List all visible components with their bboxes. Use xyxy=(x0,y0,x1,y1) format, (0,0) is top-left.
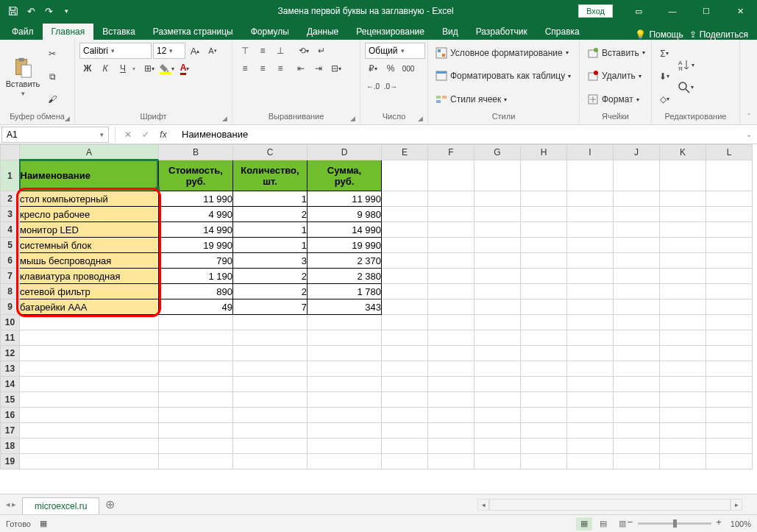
share-button[interactable]: ⇪ Поделиться xyxy=(689,29,748,40)
empty-cell[interactable] xyxy=(428,377,475,392)
empty-cell[interactable] xyxy=(567,160,614,191)
empty-cell[interactable] xyxy=(475,253,521,269)
hscroll-left-icon[interactable]: ◂ xyxy=(477,499,489,511)
empty-cell[interactable] xyxy=(614,377,660,392)
empty-cell[interactable] xyxy=(614,346,660,361)
empty-cell[interactable] xyxy=(567,284,614,299)
empty-cell[interactable] xyxy=(660,315,706,330)
empty-cell[interactable] xyxy=(614,330,660,346)
table-cell-name[interactable]: клавиатура проводная xyxy=(20,269,159,284)
table-cell-name[interactable]: монитор LED xyxy=(20,222,159,238)
empty-cell[interactable] xyxy=(567,377,614,392)
empty-cell[interactable] xyxy=(706,191,753,207)
increase-font-icon[interactable]: A▴ xyxy=(187,43,203,59)
table-cell-value[interactable]: 7 xyxy=(233,299,308,315)
empty-cell[interactable] xyxy=(382,454,428,469)
percent-icon[interactable]: % xyxy=(383,60,399,77)
column-header[interactable]: L xyxy=(706,145,753,160)
empty-cell[interactable] xyxy=(308,330,382,346)
font-name-combo[interactable]: Calibri▾ xyxy=(79,43,152,59)
empty-cell[interactable] xyxy=(428,392,475,408)
table-cell-value[interactable]: 14 990 xyxy=(159,222,233,238)
empty-cell[interactable] xyxy=(475,269,521,284)
font-size-combo[interactable]: 12▾ xyxy=(153,43,185,59)
table-cell-value[interactable]: 9 980 xyxy=(308,207,382,222)
table-header-cell[interactable]: Наименование xyxy=(20,160,159,191)
align-middle-icon[interactable]: ≡ xyxy=(255,43,271,59)
empty-cell[interactable] xyxy=(567,454,614,469)
copy-icon[interactable]: ⧉ xyxy=(44,68,60,85)
empty-cell[interactable] xyxy=(428,253,475,269)
empty-cell[interactable] xyxy=(660,238,706,253)
border-button[interactable]: ⊞▾ xyxy=(141,60,157,77)
empty-cell[interactable] xyxy=(521,408,567,423)
tab-home[interactable]: Главная xyxy=(43,24,94,40)
empty-cell[interactable] xyxy=(428,315,475,330)
cell-styles-button[interactable]: Стили ячеек▾ xyxy=(433,91,575,107)
empty-cell[interactable] xyxy=(706,454,753,469)
empty-cell[interactable] xyxy=(521,238,567,253)
column-header[interactable]: C xyxy=(233,145,308,160)
empty-cell[interactable] xyxy=(660,160,706,191)
dialog-launcher-icon[interactable]: ◢ xyxy=(65,115,70,122)
empty-cell[interactable] xyxy=(567,207,614,222)
empty-cell[interactable] xyxy=(521,392,567,408)
empty-cell[interactable] xyxy=(382,330,428,346)
empty-cell[interactable] xyxy=(706,377,753,392)
table-cell-value[interactable]: 1 xyxy=(233,222,308,238)
row-header[interactable]: 15 xyxy=(1,392,20,408)
empty-cell[interactable] xyxy=(159,346,233,361)
align-bottom-icon[interactable]: ⊥ xyxy=(272,43,288,59)
row-header[interactable]: 16 xyxy=(1,408,20,423)
empty-cell[interactable] xyxy=(159,315,233,330)
column-header[interactable]: F xyxy=(428,145,475,160)
tab-file[interactable]: Файл xyxy=(3,24,43,40)
row-header[interactable]: 3 xyxy=(1,207,20,222)
empty-cell[interactable] xyxy=(233,315,308,330)
empty-cell[interactable] xyxy=(614,222,660,238)
fill-icon[interactable]: ⬇▾ xyxy=(656,68,672,85)
table-cell-value[interactable]: 890 xyxy=(159,284,233,299)
autosum-icon[interactable]: Σ▾ xyxy=(656,46,672,62)
empty-cell[interactable] xyxy=(706,160,753,191)
zoom-slider[interactable] xyxy=(638,522,711,525)
table-cell-value[interactable]: 19 990 xyxy=(159,238,233,253)
empty-cell[interactable] xyxy=(521,439,567,454)
empty-cell[interactable] xyxy=(428,222,475,238)
insert-cells-button[interactable]: Вставить▾ xyxy=(584,45,647,61)
conditional-formatting-button[interactable]: Условное форматирование▾ xyxy=(433,45,575,61)
format-cells-button[interactable]: Формат▾ xyxy=(584,91,647,107)
empty-cell[interactable] xyxy=(475,346,521,361)
undo-icon[interactable]: ↶ xyxy=(24,4,38,18)
empty-cell[interactable] xyxy=(706,253,753,269)
worksheet-grid[interactable]: ABCDEFGHIJKL1НаименованиеСтоимость,руб.К… xyxy=(0,144,757,494)
empty-cell[interactable] xyxy=(614,315,660,330)
empty-cell[interactable] xyxy=(614,423,660,439)
empty-cell[interactable] xyxy=(521,207,567,222)
empty-cell[interactable] xyxy=(308,423,382,439)
clear-icon[interactable]: ◇▾ xyxy=(656,91,672,107)
empty-cell[interactable] xyxy=(660,269,706,284)
empty-cell[interactable] xyxy=(660,361,706,377)
empty-cell[interactable] xyxy=(614,238,660,253)
column-header[interactable]: J xyxy=(614,145,660,160)
table-cell-name[interactable]: стол компьютерный xyxy=(20,191,159,207)
wrap-text-icon[interactable]: ↵ xyxy=(313,43,330,59)
empty-cell[interactable] xyxy=(614,269,660,284)
empty-cell[interactable] xyxy=(20,346,159,361)
empty-cell[interactable] xyxy=(20,392,159,408)
formula-input[interactable]: Наименование xyxy=(176,129,741,140)
table-cell-value[interactable]: 1 xyxy=(233,191,308,207)
row-header[interactable]: 8 xyxy=(1,284,20,299)
tab-developer[interactable]: Разработчик xyxy=(467,24,536,40)
table-cell-value[interactable]: 1 xyxy=(233,238,308,253)
underline-button[interactable]: Ч xyxy=(115,60,131,77)
row-header[interactable]: 18 xyxy=(1,439,20,454)
decrease-indent-icon[interactable]: ⇤ xyxy=(293,60,309,77)
new-sheet-button[interactable]: ⊕ xyxy=(99,494,120,514)
empty-cell[interactable] xyxy=(382,253,428,269)
empty-cell[interactable] xyxy=(567,315,614,330)
empty-cell[interactable] xyxy=(521,269,567,284)
empty-cell[interactable] xyxy=(382,269,428,284)
empty-cell[interactable] xyxy=(159,377,233,392)
